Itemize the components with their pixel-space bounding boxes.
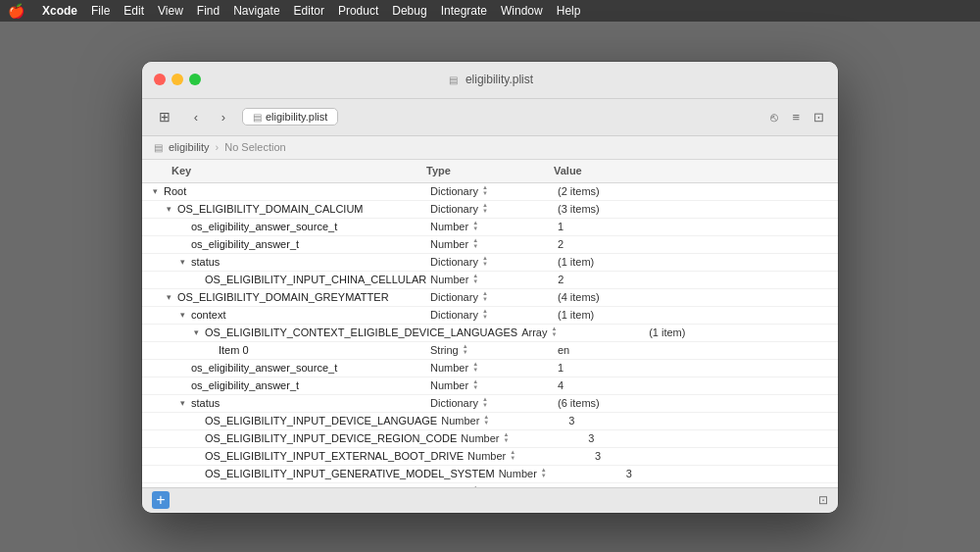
disclosure-triangle[interactable] xyxy=(177,257,187,267)
add-item-button[interactable]: + xyxy=(152,491,170,509)
forward-button[interactable]: › xyxy=(211,107,236,126)
key-label: os_eligibility_answer_source_t xyxy=(191,362,337,374)
chevron-left-icon: ‹ xyxy=(194,110,198,125)
type-cell: String▲▼ xyxy=(426,343,554,357)
type-stepper[interactable]: ▲▼ xyxy=(472,220,482,233)
type-cell: Number▲▼ xyxy=(426,237,554,251)
type-stepper[interactable]: ▲▼ xyxy=(472,237,482,251)
table-header: Key Type Value xyxy=(142,160,838,183)
disclosure-triangle[interactable] xyxy=(177,398,187,408)
key-label: OS_ELIGIBILITY_INPUT_DEVICE_REGION_CODE xyxy=(205,432,457,444)
value-cell: 3 xyxy=(584,432,834,444)
desktop: ▤ eligibility.plist ⊞ ‹ › ▤ eligibility.… xyxy=(0,22,980,552)
table-row[interactable]: RootDictionary▲▼(2 items) xyxy=(142,183,838,201)
type-label: Number xyxy=(499,468,537,479)
menu-editor[interactable]: Editor xyxy=(294,4,324,18)
close-button[interactable] xyxy=(154,74,166,85)
type-stepper[interactable]: ▲▼ xyxy=(482,184,492,198)
table-row[interactable]: statusDictionary▲▼(1 item) xyxy=(142,254,838,272)
expand-icon[interactable]: ⊡ xyxy=(809,108,828,126)
table-row[interactable]: OS_ELIGIBILITY_CONTEXT_ELIGIBLE_DEVICE_L… xyxy=(142,325,838,342)
table-row[interactable]: OS_ELIGIBILITY_INPUT_GENERATIVE_MODEL_SY… xyxy=(142,466,838,483)
menu-bar: 🍎 Xcode File Edit View Find Navigate Edi… xyxy=(0,0,980,22)
type-stepper[interactable]: ▲▼ xyxy=(472,378,482,392)
table-row[interactable]: os_eligibility_answer_source_tNumber▲▼1 xyxy=(142,360,838,377)
type-cell: Dictionary▲▼ xyxy=(426,255,554,269)
maximize-button[interactable] xyxy=(189,74,201,85)
table-row[interactable]: OS_ELIGIBILITY_INPUT_CHINA_CELLULARNumbe… xyxy=(142,272,838,289)
table-row[interactable]: contextDictionary▲▼(1 item) xyxy=(142,307,838,325)
type-stepper[interactable]: ▲▼ xyxy=(472,273,482,286)
menu-window[interactable]: Window xyxy=(501,4,543,18)
traffic-lights xyxy=(154,74,201,85)
key-label: OS_ELIGIBILITY_INPUT_DEVICE_LANGUAGE xyxy=(205,415,437,427)
inspector-icon[interactable]: ⊡ xyxy=(818,493,828,507)
type-cell: Dictionary▲▼ xyxy=(426,202,554,216)
toolbar-right: ⎋ ≡ ⊡ xyxy=(766,108,828,126)
plist-file-icon: ▤ xyxy=(447,73,461,86)
menu-edit[interactable]: Edit xyxy=(123,4,144,18)
table-row[interactable]: Item 0String▲▼en xyxy=(142,342,838,360)
disclosure-triangle[interactable] xyxy=(164,204,173,214)
grid-view-button[interactable]: ⊞ xyxy=(152,107,177,126)
bottom-right-area: ⊡ xyxy=(818,493,828,507)
disclosure-triangle[interactable] xyxy=(150,186,160,196)
type-stepper[interactable]: ▲▼ xyxy=(482,396,492,410)
type-cell: Number▲▼ xyxy=(457,431,584,445)
table-row[interactable]: os_eligibility_answer_source_tNumber▲▼1 xyxy=(142,219,838,236)
active-tab[interactable]: ▤ eligibility.plist xyxy=(242,108,338,125)
type-label: Number xyxy=(430,379,468,391)
plist-breadcrumb-icon: ▤ xyxy=(154,142,163,153)
type-column-header: Type xyxy=(426,165,554,176)
menu-find[interactable]: Find xyxy=(197,4,220,18)
type-stepper[interactable]: ▲▼ xyxy=(541,467,551,480)
menu-debug[interactable]: Debug xyxy=(392,4,426,18)
type-stepper[interactable]: ▲▼ xyxy=(463,343,472,357)
menu-file[interactable]: File xyxy=(91,4,110,18)
type-stepper[interactable]: ▲▼ xyxy=(482,308,492,322)
table-row[interactable]: OS_ELIGIBILITY_INPUT_DEVICE_LANGUAGENumb… xyxy=(142,413,838,430)
minimize-button[interactable] xyxy=(172,74,183,85)
menu-product[interactable]: Product xyxy=(338,4,378,18)
table-row[interactable]: OS_ELIGIBILITY_INPUT_EXTERNAL_BOOT_DRIVE… xyxy=(142,448,838,466)
type-label: Number xyxy=(441,415,479,427)
menu-integrate[interactable]: Integrate xyxy=(441,4,487,18)
add-remove-buttons: + xyxy=(152,491,170,509)
type-label: Number xyxy=(467,450,506,462)
list-icon[interactable]: ≡ xyxy=(788,108,804,126)
disclosure-triangle[interactable] xyxy=(177,310,187,320)
menu-navigate[interactable]: Navigate xyxy=(233,4,279,18)
breadcrumb-root[interactable]: eligibility xyxy=(169,141,210,153)
type-stepper[interactable]: ▲▼ xyxy=(503,431,513,445)
table-row[interactable]: OS_ELIGIBILITY_DOMAIN_CALCIUMDictionary▲… xyxy=(142,201,838,219)
back-button[interactable]: ‹ xyxy=(183,107,209,126)
table-row[interactable]: OS_ELIGIBILITY_INPUT_DEVICE_REGION_CODEN… xyxy=(142,430,838,448)
table-row[interactable]: os_eligibility_answer_tNumber▲▼2 xyxy=(142,236,838,254)
disclosure-triangle[interactable] xyxy=(164,292,173,302)
table-row[interactable]: statusDictionary▲▼(6 items) xyxy=(142,395,838,413)
menu-xcode[interactable]: Xcode xyxy=(42,4,77,18)
link-icon[interactable]: ⎋ xyxy=(766,108,782,126)
key-label: os_eligibility_answer_source_t xyxy=(191,221,337,232)
type-label: Dictionary xyxy=(430,309,478,321)
tab-label: eligibility.plist xyxy=(266,111,327,123)
type-stepper[interactable]: ▲▼ xyxy=(482,255,492,269)
bottom-bar: + ⊡ xyxy=(142,487,838,513)
disclosure-triangle[interactable] xyxy=(191,327,201,337)
type-stepper[interactable]: ▲▼ xyxy=(472,361,482,375)
type-label: Number xyxy=(430,221,468,232)
type-stepper[interactable]: ▲▼ xyxy=(510,449,519,463)
menu-help[interactable]: Help xyxy=(557,4,581,18)
type-stepper[interactable]: ▲▼ xyxy=(551,326,561,339)
table-row[interactable]: OS_ELIGIBILITY_DOMAIN_GREYMATTERDictiona… xyxy=(142,289,838,307)
value-cell: (2 items) xyxy=(554,185,834,197)
key-label: os_eligibility_answer_t xyxy=(191,238,299,250)
menu-view[interactable]: View xyxy=(158,4,183,18)
table-row[interactable]: os_eligibility_answer_tNumber▲▼4 xyxy=(142,377,838,395)
type-stepper[interactable]: ▲▼ xyxy=(483,414,493,427)
apple-menu[interactable]: 🍎 xyxy=(8,3,24,19)
tab-plist-icon: ▤ xyxy=(253,112,262,123)
type-cell: Number▲▼ xyxy=(426,273,554,286)
type-stepper[interactable]: ▲▼ xyxy=(482,202,492,216)
type-stepper[interactable]: ▲▼ xyxy=(482,290,492,304)
